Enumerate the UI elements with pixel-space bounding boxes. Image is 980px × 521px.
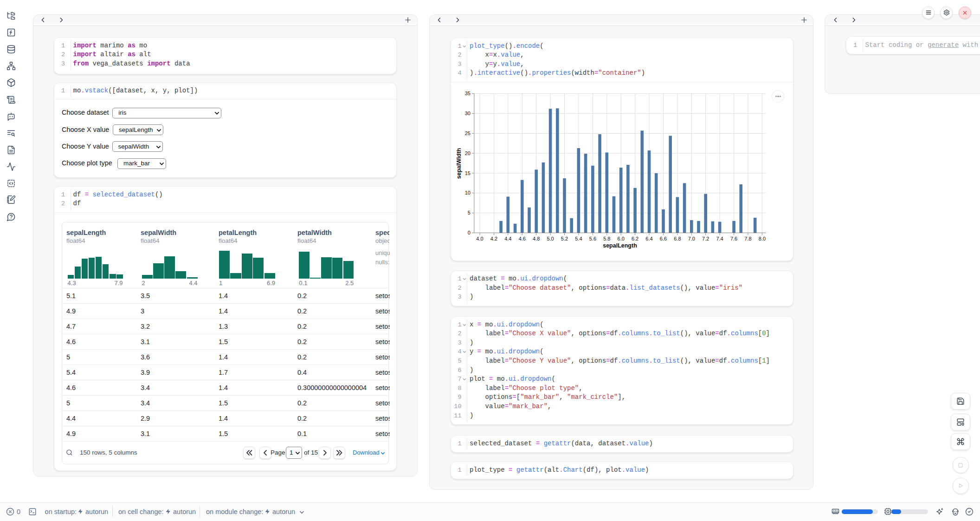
svg-text:5.4: 5.4 [575, 236, 582, 241]
svg-text:7.2: 7.2 [702, 236, 709, 241]
svg-text:7.4: 7.4 [716, 236, 723, 241]
svg-text:4.4: 4.4 [504, 236, 511, 241]
svg-text:4.8: 4.8 [533, 236, 540, 241]
svg-text:4.2: 4.2 [490, 236, 497, 241]
svg-text:5.6: 5.6 [589, 236, 596, 241]
svg-text:10: 10 [464, 190, 470, 195]
svg-text:15: 15 [464, 170, 470, 176]
svg-text:25: 25 [464, 130, 470, 136]
svg-text:6.0: 6.0 [617, 236, 624, 241]
svg-text:7.0: 7.0 [688, 236, 695, 241]
svg-text:4.0: 4.0 [476, 236, 483, 241]
svg-text:sepalLength: sepalLength [603, 242, 637, 249]
svg-text:8.0: 8.0 [758, 236, 765, 241]
svg-text:20: 20 [464, 150, 470, 156]
svg-text:sepalWidth: sepalWidth [455, 148, 462, 179]
svg-text:5.2: 5.2 [561, 236, 567, 241]
svg-text:35: 35 [464, 91, 470, 96]
svg-text:5.0: 5.0 [547, 236, 554, 241]
svg-text:5.8: 5.8 [603, 236, 610, 241]
svg-text:5: 5 [467, 210, 470, 215]
svg-text:7.8: 7.8 [744, 236, 751, 241]
svg-text:6.6: 6.6 [659, 236, 666, 241]
svg-text:0: 0 [467, 230, 470, 235]
svg-text:6.2: 6.2 [631, 236, 638, 241]
svg-text:6.4: 6.4 [645, 236, 652, 241]
svg-text:6.8: 6.8 [674, 236, 681, 241]
svg-text:30: 30 [464, 111, 470, 116]
svg-text:4.6: 4.6 [518, 236, 525, 241]
svg-text:7.6: 7.6 [730, 236, 737, 241]
